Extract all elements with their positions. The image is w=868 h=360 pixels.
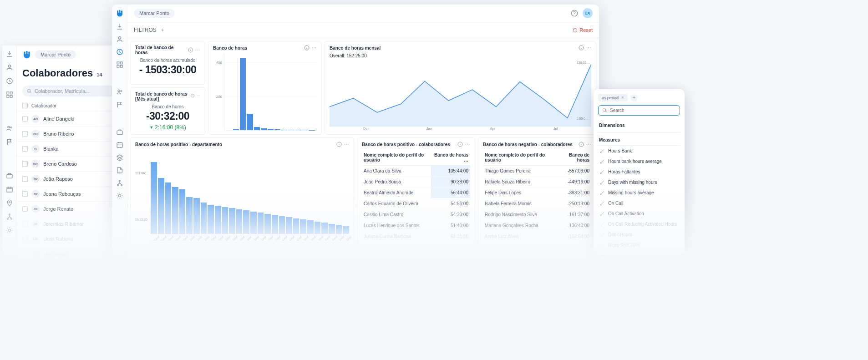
table-row[interactable]: Isabela Ferreira Morais-250:13:00 [483,198,591,209]
table-row[interactable]: BBianka [17,141,121,156]
row-checkbox[interactable] [22,251,28,257]
table-row[interactable]: LSLuis Souza [17,246,121,261]
table-row[interactable]: Mateus Araújo Correia48:23:00 [362,242,470,243]
layers-icon[interactable] [116,154,123,161]
table-row[interactable]: Thiago Gomes Pereira-557:03:00 [483,166,591,177]
briefcase-icon[interactable] [116,128,123,136]
org-icon[interactable] [6,213,13,220]
table-row[interactable]: Rafaela Souza Ribeiro-449:16:00 [483,177,591,188]
file-icon[interactable] [116,167,123,174]
row-checkbox[interactable] [22,236,28,242]
user-avatar[interactable]: LR [583,8,593,18]
row-checkbox[interactable] [22,131,28,137]
briefcase-icon[interactable] [6,172,13,179]
row-checkbox[interactable] [22,191,28,197]
table-row[interactable]: JRJoão Raposo [17,171,121,186]
table-row[interactable]: Beatriz Almeida Andrade56:44:00 [362,188,470,198]
menu-item[interactable]: Missing hours average [598,188,680,198]
chart-bar [215,206,221,234]
table-row[interactable]: Mariana Gonçalves Rocha-136:40:00 [483,220,591,231]
info-icon[interactable] [579,142,584,147]
menu-item[interactable]: On Call [598,198,680,208]
flag-icon[interactable] [6,138,13,146]
info-icon[interactable] [579,45,584,51]
table-row[interactable]: Rodrigo Nascimento Silva-161:37:00 [483,209,591,220]
row-checkbox[interactable] [22,116,28,122]
table-row[interactable]: JRJorge Renato [17,201,121,216]
menu-item[interactable]: Debit Hours [598,229,680,240]
table-row[interactable]: ADAline Dangelo [17,111,121,126]
org-icon[interactable] [116,179,123,187]
table-row[interactable]: Lucas Henrique dos Santos51:48:00 [362,220,470,231]
people-icon[interactable] [6,125,13,132]
more-icon[interactable] [586,45,591,51]
filters-bar: FILTROS Reset [127,22,599,38]
add-filter-icon[interactable] [160,28,165,32]
import-icon[interactable] [6,50,13,57]
flag-icon[interactable] [116,101,123,108]
dropdown-search-input[interactable] [598,105,680,116]
table-row[interactable]: André Luiz Alves-102:54:00 [483,231,591,242]
menu-item[interactable]: Hours Bank [598,146,680,156]
more-icon[interactable] [197,94,200,99]
pin-icon[interactable] [6,199,13,207]
table-row[interactable]: Carlos Eduardo de Oliveira54:56:00 [362,198,470,209]
user-icon[interactable] [116,35,123,43]
chart-bar [258,213,264,234]
row-checkbox[interactable] [22,221,28,227]
marcar-ponto-pill[interactable]: Marcar Ponto [134,9,175,18]
import-icon[interactable] [116,23,123,30]
menu-item[interactable]: Hours bank hours average [598,156,680,167]
row-checkbox[interactable] [22,176,28,182]
clock-icon[interactable] [6,77,13,85]
info-icon[interactable] [191,94,194,99]
table-row[interactable]: JRJoana Rebouças [17,186,121,201]
table-row[interactable]: LRLiran Rubens [17,231,121,246]
user-icon[interactable] [6,64,13,71]
reset-button[interactable]: Reset [573,27,593,33]
menu-item[interactable]: Days with missing hours [598,177,680,188]
close-icon[interactable]: × [621,95,624,100]
sun-icon[interactable] [6,227,13,234]
info-icon[interactable] [188,47,193,53]
header-checkbox[interactable] [22,103,28,108]
menu-item[interactable]: Night Shift 20% [598,240,680,250]
clock-icon[interactable] [116,48,123,56]
more-icon[interactable] [465,142,470,147]
table-row[interactable]: Felipe Dias Lopes-383:31:00 [483,188,591,198]
more-icon[interactable] [586,142,591,147]
people-icon[interactable] [116,88,123,96]
menu-item[interactable]: On Call Reducing Activated Hours [598,219,680,229]
add-button[interactable]: + [630,94,638,101]
table-row[interactable]: Cassio Lima Castro54:33:00 [362,209,470,220]
calendar-icon[interactable] [6,186,13,193]
row-checkbox[interactable] [22,146,28,152]
table-row[interactable]: João Pedro Sousa90:38:00 [362,177,470,188]
search-input[interactable]: Colaborador, Matrícula... [22,86,115,96]
info-icon[interactable] [336,142,342,147]
chart-bar [336,225,342,234]
help-icon[interactable] [571,10,578,17]
table-row[interactable]: BCBreno Cardoso [17,156,121,171]
marcar-ponto-pill[interactable]: Marcar Ponto [35,50,76,59]
filter-chip[interactable]: us period × [598,94,628,101]
menu-item[interactable]: Horas Faltantes [598,167,680,177]
row-checkbox[interactable] [22,161,28,167]
row-checkbox[interactable] [22,206,28,212]
avatar: BR [31,130,40,138]
grid-icon[interactable] [116,61,123,68]
grid-icon[interactable] [6,91,13,98]
table-row[interactable]: Juliana Cunha Barbosa51:31:00 [362,231,470,242]
sun-icon[interactable] [116,192,123,199]
table-row[interactable]: JRJeremias Ribamar [17,216,121,231]
table-row[interactable]: Ana Clara da Silva105:44:00 [362,166,470,177]
table-row[interactable]: BRBruno Ribeiro [17,126,121,141]
more-icon[interactable] [344,142,349,147]
table-row[interactable]: Lívia Mendes Duarte-101:47:00 [483,242,591,243]
more-icon[interactable] [195,47,200,53]
calendar-icon[interactable] [116,141,123,148]
menu-item[interactable]: On Call Activation [598,208,680,219]
more-icon[interactable] [311,45,317,51]
info-icon[interactable] [304,45,310,51]
info-icon[interactable] [457,142,463,147]
